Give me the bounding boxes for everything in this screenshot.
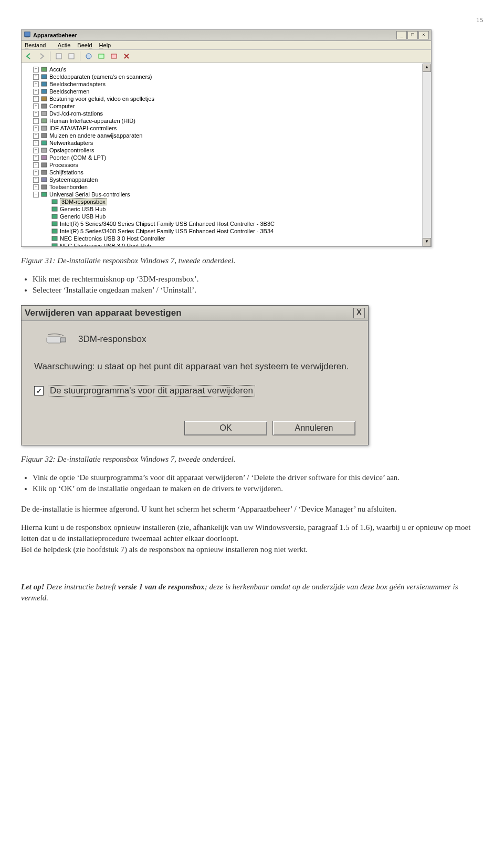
expand-toggle[interactable]: - [33, 192, 39, 197]
list-item: Vink de optie ‘De stuurprogramma’s voor … [33, 473, 483, 482]
tree-item-label: Beeldschermen [49, 88, 89, 95]
tree-item[interactable]: +Human Interface-apparaten (HID) [23, 117, 430, 124]
port-icon [40, 154, 48, 161]
svg-point-4 [86, 54, 91, 59]
usb-icon [51, 235, 58, 242]
usb-icon [51, 227, 58, 235]
dialog-device-name: 3DM-responsbox [78, 334, 146, 345]
tree-item[interactable]: +Schijfstations [23, 169, 430, 176]
delete-driver-checkbox[interactable]: ✓ [34, 386, 44, 396]
tree-item[interactable]: +Computer [23, 102, 430, 110]
expand-toggle[interactable]: + [33, 81, 39, 87]
tree-item[interactable]: +Opslagcontrollers [23, 147, 430, 154]
tree-item[interactable]: +Netwerkadapters [23, 139, 430, 147]
disk-icon [40, 169, 48, 176]
tree-item[interactable]: +Systeemapparaten [23, 176, 430, 183]
forward-button[interactable] [36, 51, 47, 61]
back-button[interactable] [24, 51, 34, 61]
ide-icon [40, 124, 48, 132]
svg-rect-15 [41, 126, 47, 130]
tree-item[interactable]: +Processors [23, 161, 430, 169]
svg-rect-12 [41, 104, 47, 108]
tree-item[interactable]: +IDE ATA/ATAPI-controllers [23, 124, 430, 132]
ok-button[interactable]: OK [184, 421, 267, 435]
expand-toggle[interactable]: + [33, 111, 39, 117]
tree-item[interactable]: +Accu's [23, 66, 430, 73]
tree-item[interactable]: +Toetsenborden [23, 183, 430, 191]
svg-rect-3 [69, 54, 74, 59]
toolbar-icon[interactable] [96, 51, 107, 61]
maximize-button[interactable]: □ [407, 31, 418, 39]
tree-item[interactable]: +Beeldapparaten (camera's en scanners) [23, 73, 430, 80]
svg-rect-2 [56, 54, 61, 59]
list-item: Klik op ‘OK’ om de installatie ongedaan … [33, 484, 483, 493]
tree-item[interactable]: -Universal Serial Bus-controllers [23, 191, 430, 198]
instruction-list: Klik met de rechtermuisknop op ‘3DM-resp… [33, 275, 483, 295]
expand-toggle[interactable]: + [33, 126, 39, 131]
menu-help[interactable]: Help [99, 42, 111, 48]
expand-toggle[interactable]: + [33, 67, 39, 72]
tree-item[interactable]: +Dvd-/cd-rom-stations [23, 110, 430, 117]
expand-toggle[interactable]: + [33, 133, 39, 139]
menu-actie[interactable]: Actie [58, 42, 70, 48]
scrollbar[interactable]: ▲ ▼ [422, 64, 431, 246]
dialog-titlebar[interactable]: Verwijderen van apparaat bevestigen X [22, 306, 368, 321]
expand-toggle[interactable]: + [33, 96, 39, 102]
menu-bar: Bestand Actie Beeld Help [22, 41, 431, 50]
dialog-close-button[interactable]: X [353, 308, 365, 318]
cancel-button[interactable]: Annuleren [272, 421, 355, 435]
expand-toggle[interactable]: + [33, 103, 39, 109]
tree-item[interactable]: Generic USB Hub [23, 213, 430, 220]
svg-rect-8 [41, 75, 47, 79]
svg-rect-13 [41, 111, 47, 116]
tree-item[interactable]: +Poorten (COM & LPT) [23, 154, 430, 161]
expand-toggle[interactable]: + [33, 74, 39, 80]
tree-item[interactable]: Intel(R) 5 Series/3400 Series Chipset Fa… [23, 227, 430, 235]
expand-toggle[interactable]: + [33, 140, 39, 146]
monitor-icon [40, 88, 48, 95]
toolbar-icon[interactable] [66, 51, 77, 61]
tree-item[interactable]: NEC Electronics USB 3.0 Root Hub [23, 242, 430, 246]
toolbar-separator [50, 51, 50, 61]
toolbar-icon[interactable] [121, 51, 132, 61]
tree-item-selected[interactable]: 3DM-responsbox [23, 198, 430, 205]
toolbar-icon[interactable] [54, 51, 64, 61]
scroll-up-button[interactable]: ▲ [423, 64, 431, 72]
tree-item[interactable]: +Beeldschermadapters [23, 80, 430, 88]
svg-rect-19 [41, 155, 47, 160]
toolbar-icon[interactable] [109, 51, 119, 61]
menu-beeld[interactable]: Beeld [77, 42, 92, 48]
expand-toggle[interactable]: + [33, 170, 39, 175]
svg-rect-29 [52, 229, 57, 233]
expand-toggle[interactable]: + [33, 177, 39, 183]
tree-item[interactable]: Intel(R) 5 Series/3400 Series Chipset Fa… [23, 220, 430, 227]
device-tree[interactable]: ▲ ▼ +Accu's+Beeldapparaten (camera's en … [22, 63, 431, 246]
tree-item[interactable]: +Beeldschermen [23, 88, 430, 95]
expand-toggle[interactable]: + [33, 118, 39, 124]
svg-rect-26 [52, 207, 57, 211]
tree-item[interactable]: +Muizen en andere aanwijsapparaten [23, 132, 430, 139]
minimize-button[interactable]: _ [396, 31, 407, 39]
tree-item-label: Schijfstations [49, 169, 83, 175]
expand-toggle[interactable]: + [33, 148, 39, 153]
instruction-list: Vink de optie ‘De stuurprogramma’s voor … [33, 473, 483, 493]
svg-rect-18 [41, 148, 47, 152]
figure-caption: Figuur 32: De-installatie responsbox Win… [21, 455, 483, 464]
svg-rect-24 [41, 192, 47, 196]
menu-bestand[interactable]: Bestand [25, 42, 51, 48]
tree-item-label: NEC Electronics USB 3.0 Root Hub [60, 243, 151, 246]
tree-item-label: Opslagcontrollers [49, 147, 94, 153]
expand-toggle[interactable]: + [33, 89, 39, 95]
close-button[interactable]: × [418, 31, 429, 39]
tree-item[interactable]: NEC Electronics USB 3.0 Host Controller [23, 235, 430, 242]
tree-item[interactable]: +Besturing voor geluid, video en spellet… [23, 95, 430, 102]
expand-toggle[interactable]: + [33, 184, 39, 190]
tree-item[interactable]: Generic USB Hub [23, 205, 430, 213]
window-titlebar[interactable]: Apparaatbeheer _ □ × [22, 30, 431, 41]
tree-item-label: Netwerkadapters [49, 140, 93, 146]
svg-rect-10 [41, 89, 47, 93]
toolbar-icon[interactable] [83, 51, 94, 61]
scroll-down-button[interactable]: ▼ [423, 238, 431, 246]
expand-toggle[interactable]: + [33, 162, 39, 168]
expand-toggle[interactable]: + [33, 155, 39, 161]
